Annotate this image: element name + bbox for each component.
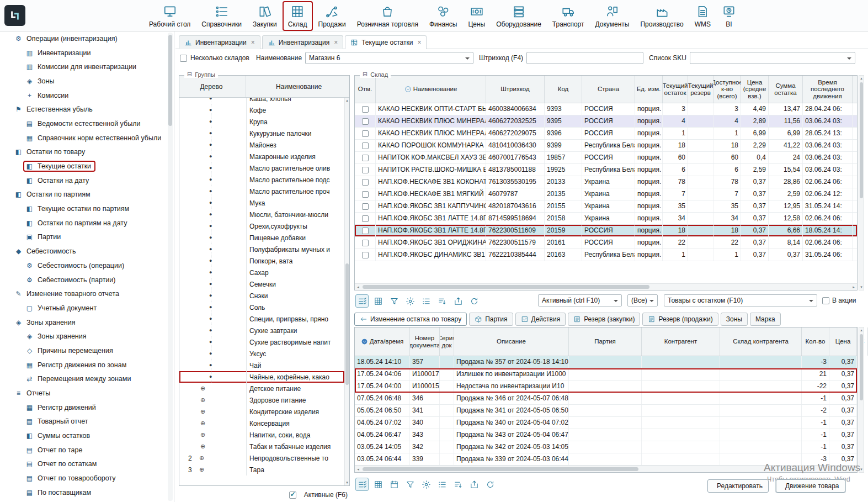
sidebar-item-stock-by-product[interactable]: ◧Остатки по товару <box>0 145 174 160</box>
group-row[interactable]: ●Соль <box>179 302 344 313</box>
sidebar-item-batches[interactable]: ▣Партии <box>0 230 174 245</box>
movement-row[interactable]: 04.05.24 07:02340Продажа № 340 от 2024-0… <box>355 417 857 429</box>
sidebar-item-inventory-commissions[interactable]: ▥Комиссии для инвентаризации <box>0 60 174 74</box>
app-logo[interactable] <box>4 5 25 26</box>
row-checkbox[interactable] <box>362 130 369 137</box>
expand-node-icon[interactable]: ⊕ <box>200 385 205 392</box>
topbar-item-transport[interactable]: Транспорт <box>547 1 590 31</box>
tab-batch[interactable]: Партия <box>469 313 513 326</box>
select-rows-button[interactable] <box>355 294 369 308</box>
refresh-button[interactable] <box>467 294 481 308</box>
groups-copy-button[interactable] <box>223 488 236 501</box>
group-row[interactable]: ●Масло растительное проч <box>179 186 344 197</box>
group-row[interactable]: ●Чай <box>179 360 344 371</box>
funnel-button[interactable] <box>387 294 401 308</box>
sidebar-item-stock-by-batches[interactable]: ◧Остатки по партиям <box>0 188 174 202</box>
topbar-item-finance[interactable]: Финансы <box>424 1 462 31</box>
row-checkbox[interactable] <box>362 167 369 173</box>
all-filter-select[interactable]: (Все) <box>627 294 658 307</box>
row-checkbox[interactable] <box>362 142 369 149</box>
group-row[interactable]: ●Крупа <box>179 116 344 128</box>
sidebar-item-by-suppliers[interactable]: ▤По поставщикам <box>0 485 174 500</box>
stock-row[interactable]: КАКАО НЕСКВИК ПЛЮС МИНЕРАЛЬ4606272032525… <box>355 115 857 128</box>
movement-row[interactable]: 03.05.24 14:05342Продажа № 342 от 2024-0… <box>355 441 857 453</box>
multi-warehouse-checkbox[interactable] <box>180 55 187 62</box>
group-row[interactable]: ⊕Консервация <box>179 418 344 429</box>
movement-row[interactable]: 04.05.24 06:47343Продажа № 343 от 2024-0… <box>355 429 857 441</box>
sidebar-item-goods-report-change[interactable]: ✎Изменение товарного отчета <box>0 287 174 301</box>
topbar-item-documents[interactable]: Документы <box>590 1 635 31</box>
group-row[interactable]: ●Мюсли, батончики-мюсли <box>179 209 344 220</box>
stock-row[interactable]: НАП.КОФ.ЯКОБС 3В1 ЛАТТЕ 14.8Г JA87145995… <box>355 213 857 225</box>
group-row[interactable]: ⊕Напитки, соки, вода <box>179 429 344 441</box>
close-tab-icon[interactable]: × <box>251 39 255 46</box>
group-row[interactable]: ●Масло растительное подс <box>179 174 344 186</box>
group-row[interactable]: ⊕Кондитерские изделия <box>179 406 344 418</box>
stock-column-header[interactable]: Отм. <box>355 76 376 103</box>
detail-column-header[interactable]: Партия <box>569 327 642 356</box>
sidebar-item-goods-report[interactable]: ▤Товарный отчет <box>0 415 174 429</box>
topbar-item-production[interactable]: Производство <box>635 1 689 31</box>
active-groups-checkbox[interactable] <box>289 492 296 499</box>
status-filter-select[interactable]: Активный (ctrl F10) <box>538 294 622 307</box>
grid-button[interactable] <box>371 294 385 308</box>
stock-column-header[interactable]: Текущий остаток <box>663 76 688 103</box>
sidebar-item-inventories[interactable]: ▥Инвентаризации <box>0 46 174 60</box>
sidebar-item-zone-movements[interactable]: ⇄Перемещения между зонами <box>0 372 174 387</box>
sort-button[interactable] <box>451 478 465 491</box>
sidebar-item-commissions[interactable]: +Комиссии <box>0 88 174 103</box>
group-row[interactable]: ●Сухие завтраки <box>179 325 344 336</box>
tab-inventory[interactable]: Инвентаризация× <box>262 35 343 49</box>
sidebar-item-turnover-report[interactable]: ▤Отчет по товарообороту <box>0 471 174 485</box>
sidebar-item-storage-zones-group[interactable]: ◈Зоны хранения <box>0 315 174 330</box>
groups-vertical-scrollbar[interactable]: ▴▾ <box>344 98 349 485</box>
expand-node-icon[interactable]: ⊕ <box>200 397 205 403</box>
promo-checkbox[interactable] <box>822 297 829 304</box>
stock-horizontal-scrollbar[interactable]: ◂▸ <box>355 283 857 290</box>
sidebar-item-movement-reasons[interactable]: ◇Причины перемещения <box>0 344 174 358</box>
stock-row[interactable]: НАП.КОФ.ЯКОБС 3В1 ЛАТТЕ 14.8Г УК76223005… <box>355 225 857 237</box>
sidebar-item-natural-loss-norms[interactable]: ▦Справочник норм естественной убыли <box>0 131 174 145</box>
stock-column-header[interactable]: Штрихкод <box>486 76 545 103</box>
movement-row[interactable]: 05.05.24 06:50341Продажа № 341 от 2024-0… <box>355 405 857 417</box>
stock-row[interactable]: НАП.КОФ.ЯКОБС 3В1 КАППУЧИНО4820187043616… <box>355 200 857 213</box>
groups-box-button[interactable] <box>202 488 215 501</box>
stock-vertical-scrollbar[interactable]: ▴▾ <box>859 75 864 290</box>
movement-row[interactable]: 17.05.24 04:06И100017Излишек по инвентар… <box>355 368 857 381</box>
sidebar-item-zones[interactable]: ◈Зоны <box>0 74 174 88</box>
detail-horizontal-scrollbar[interactable]: ◂▸ <box>355 466 857 472</box>
column-header-tree[interactable]: Дерево <box>179 76 246 97</box>
topbar-item-retail[interactable]: Розничная торговля <box>352 1 424 31</box>
stock-column-header[interactable]: Код <box>545 76 582 103</box>
expand-node-icon[interactable]: ⊕ <box>199 467 204 473</box>
sidebar-item-accounting-document[interactable]: ▢Учетный документ <box>0 301 174 315</box>
expand-node-icon[interactable]: ⊕ <box>200 443 205 450</box>
goods-movement-button[interactable]: Движение товара <box>776 479 845 493</box>
expand-node-icon[interactable]: ⊕ <box>200 409 205 415</box>
topbar-item-sales[interactable]: Продажи <box>313 1 352 31</box>
calendar-button[interactable] <box>387 478 401 491</box>
sidebar-item-operations-inventory[interactable]: ⚙Операции (инвентаризация) <box>0 31 174 46</box>
sidebar-item-reports[interactable]: ≡Отчеты <box>0 386 174 400</box>
detail-column-header[interactable]: Номер документа <box>410 327 440 356</box>
tab-zones[interactable]: Зоны <box>721 313 748 326</box>
detail-column-header[interactable]: Склад контрагента <box>720 327 802 356</box>
stock-row[interactable]: НАПИТОК КОФ.МАКСВЕЛ ХАУЗ 3В1460700177654… <box>355 152 857 164</box>
stock-row[interactable]: КАКАО ПОРОШОК КОММУНАРКА К48104100364309… <box>355 140 857 152</box>
stock-column-header[interactable]: Страна <box>582 76 635 103</box>
expand-node-icon[interactable]: ⊕ <box>200 420 205 426</box>
stock-row[interactable]: НАП.КОФ.ЯКОБС 3В1 ОРИДЖИНАЛ7622300511579… <box>355 237 857 249</box>
warehouse-select[interactable]: Магазин 6 <box>305 52 473 64</box>
group-row[interactable]: ⊕Детское питание <box>179 383 344 394</box>
row-checkbox[interactable] <box>362 191 369 198</box>
row-checkbox[interactable] <box>362 240 369 246</box>
group-row[interactable]: ●Мука <box>179 197 344 209</box>
sidebar-item-stock-on-date[interactable]: ◧Остатки на дату <box>0 173 174 188</box>
stock-row[interactable]: НАП.КОФ.НЕСКАФЕ 3В1 МЯГКИЙ 1646079787201… <box>355 188 857 200</box>
with-stock-filter-select[interactable]: Товары с остатком (F10) <box>664 294 817 307</box>
topbar-item-purchases[interactable]: Закупки <box>247 1 283 31</box>
group-row[interactable]: ●Орехи,сухофрукты <box>179 220 344 232</box>
sku-select[interactable] <box>690 52 855 64</box>
close-tab-icon[interactable]: × <box>417 39 421 46</box>
group-row[interactable]: ●Попкорн, вата <box>179 255 344 267</box>
